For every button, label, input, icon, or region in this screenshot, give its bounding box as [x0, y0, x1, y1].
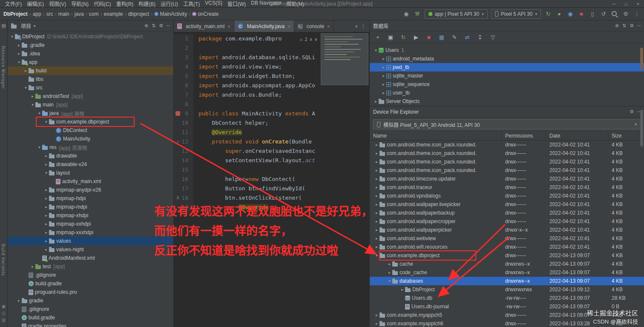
collapsed-arrow[interactable]: ▸ — [43, 205, 49, 209]
device-selector[interactable]: 模拟器 Pixel_5_API_30 Android 11, API 30 ▾ — [373, 119, 641, 129]
tree-item[interactable]: ▸.gradle — [8, 41, 173, 49]
collapsed-arrow[interactable]: ▸ — [374, 168, 380, 172]
tree-item[interactable]: ▾src — [8, 83, 173, 92]
menu-item[interactable]: 窗口(W) — [225, 0, 248, 7]
collapsed-arrow[interactable]: ▸ — [374, 245, 380, 249]
breadcrumb-item[interactable]: DbProject — [3, 11, 28, 17]
collapsed-arrow[interactable]: ▸ — [381, 82, 386, 86]
code-line[interactable]: 16 helper=new DbContect( — [174, 175, 369, 184]
expanded-arrow[interactable]: ▾ — [373, 48, 379, 52]
search-icon[interactable] — [611, 10, 618, 18]
tree-item[interactable]: ▸gradle — [8, 296, 173, 305]
hide-icon[interactable]: ─ — [637, 23, 641, 29]
collapsed-arrow[interactable]: ▸ — [374, 202, 380, 207]
class-gutter-icon[interactable] — [175, 111, 180, 116]
file-row[interactable]: ▾databasesdrwxrwx--x2022-04-13 09:074 KB — [370, 277, 644, 285]
tree-item[interactable]: proguard-rules.pro — [8, 288, 173, 296]
menu-item[interactable]: 编辑(E) — [24, 0, 46, 7]
locate-icon[interactable]: ⊕ — [144, 23, 148, 29]
column-header[interactable]: Permissions — [502, 131, 546, 140]
tree-item[interactable]: ▾java[app] 源根 — [8, 109, 173, 118]
collapsed-arrow[interactable]: ▸ — [43, 222, 49, 226]
export-icon[interactable]: ↧ — [476, 34, 484, 41]
build-icon[interactable]: ⚒ — [414, 10, 421, 18]
expanded-arrow[interactable]: ▾ — [37, 111, 42, 115]
add-icon[interactable]: + — [374, 34, 382, 41]
gradle-sync-icon[interactable]: ↺ — [600, 10, 607, 18]
expanded-arrow[interactable]: ▾ — [37, 145, 42, 149]
more-icon[interactable]: ⋮ — [633, 10, 641, 18]
editor-tab[interactable]: MainActivity.java× — [234, 20, 294, 32]
build-variants-tool-label[interactable]: Build Variants — [1, 244, 6, 276]
tree-item[interactable]: .gitignore — [8, 271, 173, 279]
chevron-down-icon[interactable]: ▾ — [355, 24, 357, 29]
expanded-arrow[interactable]: ▾ — [23, 86, 29, 90]
file-row[interactable]: ▸com.android.theme.icon_pack.rounded.drw… — [370, 166, 644, 175]
settings-icon[interactable]: ⚙ — [630, 109, 634, 115]
column-header[interactable]: Date — [546, 131, 608, 140]
menu-item[interactable]: 工具(T) — [181, 0, 202, 7]
file-row[interactable]: ▸DbProjectdrwxrwxrwx2022-04-13 09:124 KB — [370, 285, 644, 294]
tree-item[interactable]: ▾layout — [8, 169, 173, 177]
menu-item[interactable]: 重构(R) — [114, 0, 136, 7]
file-row[interactable]: ▾com.example.dbprojectdrwx------2022-04-… — [370, 251, 644, 260]
chevron-down-icon[interactable]: ▾ — [34, 24, 36, 28]
collapsed-arrow[interactable]: ▸ — [374, 185, 380, 189]
code-line[interactable]: 12 protected void onCreate(Bundle — [174, 137, 369, 146]
tree-item[interactable]: ▸androidTest[app] — [8, 92, 173, 100]
collapsed-arrow[interactable]: ▸ — [381, 91, 386, 95]
file-row[interactable]: ▸com.android.wallpaper.livepickerdrwx---… — [370, 200, 644, 209]
menu-item[interactable]: 代码(C) — [91, 0, 114, 7]
menu-item[interactable]: 运行(U) — [158, 0, 181, 7]
collapsed-arrow[interactable]: ▸ — [16, 43, 22, 47]
close-icon[interactable]: × — [288, 24, 290, 29]
tree-item[interactable]: ▸android_metadata — [370, 54, 644, 63]
expanded-arrow[interactable]: ▾ — [43, 120, 49, 124]
device-select[interactable]: Pixel 5 API 30 ▾ — [491, 9, 541, 19]
tree-item[interactable]: ▸sqlite_master — [370, 72, 644, 80]
tree-item[interactable]: ▸Server Objects — [370, 97, 644, 106]
expanded-arrow[interactable]: ▾ — [30, 103, 35, 107]
breadcrumb-item[interactable]: java — [75, 11, 84, 17]
code-line[interactable]: 10 DbContect helper; — [174, 118, 369, 128]
collapse-icon[interactable]: ⇅ — [152, 23, 155, 29]
file-row[interactable]: ▸cachedrwxrws--x2022-04-13 09:074 KB — [370, 260, 644, 268]
profile-icon[interactable]: ◉ — [566, 10, 574, 18]
collapsed-arrow[interactable]: ▸ — [374, 228, 380, 232]
collapsed-arrow[interactable]: ▸ — [387, 262, 392, 266]
menu-item[interactable]: 构建(B) — [136, 0, 158, 7]
collapsed-arrow[interactable]: ▸ — [381, 57, 386, 61]
collapsed-arrow[interactable]: ▸ — [43, 213, 49, 218]
code-line[interactable]: 13 super.onCreate(savedInstanc — [174, 146, 369, 156]
file-row[interactable]: Users.db-rw-rw----2022-04-13 09:0728 KB — [370, 294, 644, 302]
collapsed-arrow[interactable]: ▸ — [23, 69, 29, 73]
collapsed-arrow[interactable]: ▸ — [16, 52, 22, 56]
code-line[interactable]: 15 — [174, 165, 369, 175]
tree-item[interactable]: ▸mipmap-xxxhdpi — [8, 228, 173, 237]
database-panel-title[interactable]: 数据库 — [373, 22, 388, 29]
collapsed-arrow[interactable]: ▸ — [374, 194, 380, 198]
window-maximize-button[interactable]: □ — [620, 1, 632, 6]
breadcrumb-item[interactable]: com — [89, 11, 99, 17]
tree-item[interactable]: ▾res[app] 资源根 — [8, 143, 173, 152]
tree-item[interactable]: AndroidManifest.xml — [8, 254, 173, 262]
tree-item[interactable]: ▸drawable — [8, 152, 173, 160]
file-row[interactable]: ▸com.android.theme.icon_pack.rounded.drw… — [370, 158, 644, 166]
tree-item[interactable]: build.gradle — [8, 279, 173, 288]
file-row[interactable]: ▸com.android.wallpapercropperdrwx------2… — [370, 217, 644, 226]
collapsed-arrow[interactable]: ▸ — [43, 239, 49, 243]
tree-item[interactable]: ▸values — [8, 237, 173, 245]
tree-item[interactable]: ▾Users1 — [370, 46, 644, 54]
expanded-arrow[interactable]: ▾ — [387, 279, 392, 283]
collapsed-arrow[interactable]: ▸ — [387, 270, 392, 275]
code-line[interactable]: 7import android.os.Bundle; — [174, 90, 369, 100]
tree-item[interactable]: ▾com.example.dbproject — [8, 118, 173, 126]
tree-item[interactable]: ▸.idea — [8, 49, 173, 58]
code-line[interactable]: 17 Button btn=findViewById( — [174, 184, 369, 193]
collapsed-arrow[interactable]: ▸ — [374, 219, 380, 224]
collapsed-arrow[interactable]: ▸ — [16, 298, 22, 303]
breadcrumb-item[interactable]: app — [33, 11, 41, 17]
next-warning-icon[interactable]: ∨ — [314, 35, 317, 44]
collapsed-arrow[interactable]: ▸ — [400, 287, 405, 292]
collapsed-arrow[interactable]: ▸ — [43, 154, 49, 158]
